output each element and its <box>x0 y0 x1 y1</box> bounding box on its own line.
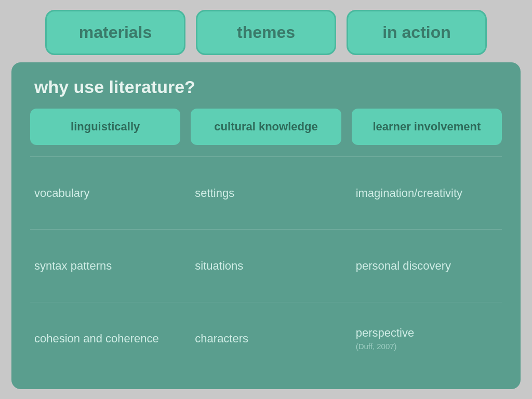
row2-col2: situations <box>191 259 341 273</box>
sub-header-linguistically[interactable]: linguistically <box>30 109 180 145</box>
tab-themes[interactable]: themes <box>196 10 336 55</box>
top-tabs: materials themes in action <box>11 10 521 55</box>
row1-col3: imagination/creativity <box>352 187 502 200</box>
citation: (Duff, 2007) <box>356 342 498 351</box>
sub-headers: linguistically cultural knowledge learne… <box>30 109 502 145</box>
tab-in-action[interactable]: in action <box>347 10 487 55</box>
content-row-2: syntax patterns situations personal disc… <box>30 229 502 302</box>
sub-header-cultural-knowledge[interactable]: cultural knowledge <box>191 109 341 145</box>
row3-col1: cohesion and coherence <box>30 332 180 345</box>
row2-col3: personal discovery <box>352 259 502 273</box>
sub-header-learner-involvement[interactable]: learner involvement <box>352 109 502 145</box>
tab-materials[interactable]: materials <box>45 10 185 55</box>
row3-col2: characters <box>191 332 341 345</box>
panel-title: why use literature? <box>30 77 502 97</box>
row3-col3: perspective (Duff, 2007) <box>352 326 502 351</box>
slide-container: materials themes in action why use liter… <box>11 10 521 389</box>
row1-col1: vocabulary <box>30 187 180 200</box>
content-row-3: cohesion and coherence characters perspe… <box>30 302 502 375</box>
content-row-1: vocabulary settings imagination/creativi… <box>30 156 502 229</box>
row1-col2: settings <box>191 187 341 200</box>
main-panel: why use literature? linguistically cultu… <box>11 62 521 389</box>
content-rows: vocabulary settings imagination/creativi… <box>30 156 502 375</box>
row2-col1: syntax patterns <box>30 259 180 273</box>
